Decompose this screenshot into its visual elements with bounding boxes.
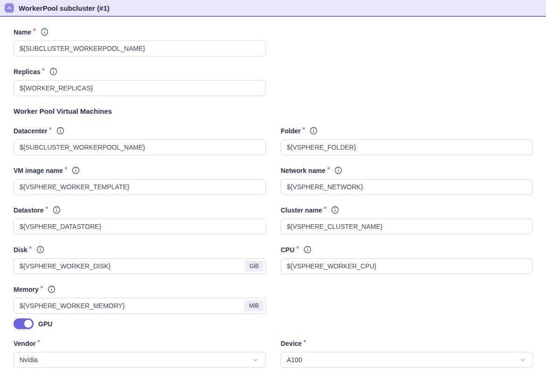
folder-label: Folder <box>281 127 301 135</box>
required-marker: * <box>37 338 40 346</box>
field-vendor: Vendor * Nvidia <box>14 339 266 368</box>
info-icon[interactable] <box>49 68 57 76</box>
memory-label: Memory <box>14 286 39 293</box>
field-cluster-name: Cluster name * <box>281 206 533 234</box>
name-label: Name <box>14 28 31 36</box>
required-marker: * <box>46 205 48 213</box>
gpu-toggle[interactable] <box>14 318 34 329</box>
field-memory: Memory * MiB <box>14 285 266 314</box>
datastore-label: Datastore <box>14 206 44 214</box>
info-icon[interactable] <box>48 285 55 293</box>
toggle-knob <box>24 320 32 328</box>
gpu-toggle-row: GPU <box>0 318 546 329</box>
field-name: Name * <box>14 28 266 56</box>
chevron-down-icon <box>519 357 526 363</box>
required-marker: * <box>327 165 330 173</box>
field-datacenter: Datacenter * <box>14 127 266 155</box>
info-icon[interactable] <box>56 127 64 135</box>
field-disk: Disk * GiB <box>14 246 266 274</box>
vendor-label: Vendor <box>14 340 35 347</box>
required-marker: * <box>33 27 35 34</box>
section-title-worker-pool-vms: Worker Pool Virtual Machines <box>14 107 533 115</box>
disk-label: Disk <box>14 246 28 254</box>
disk-input[interactable] <box>14 258 266 274</box>
folder-input[interactable] <box>281 139 533 155</box>
field-replicas: Replicas * <box>14 68 266 96</box>
device-select-value: A100 <box>287 356 302 364</box>
info-icon[interactable] <box>36 246 44 254</box>
chevron-up-icon <box>6 5 13 11</box>
info-icon[interactable] <box>310 127 318 135</box>
field-datastore: Datastore * <box>14 206 266 234</box>
required-marker: * <box>29 245 32 252</box>
required-marker: * <box>324 205 326 213</box>
required-marker: * <box>42 67 45 74</box>
collapse-panel-button[interactable] <box>5 3 14 13</box>
info-icon[interactable] <box>331 206 339 214</box>
field-folder: Folder * <box>281 127 533 155</box>
network-label: Network name <box>281 167 325 174</box>
gpu-toggle-label: GPU <box>38 320 52 328</box>
datacenter-label: Datacenter <box>14 127 47 135</box>
vendor-select[interactable]: Nvidia <box>14 352 266 368</box>
required-marker: * <box>49 126 51 133</box>
replicas-label: Replicas <box>14 68 41 76</box>
required-marker: * <box>41 284 43 292</box>
field-network-name: Network name * <box>281 166 533 195</box>
cpu-label: CPU <box>281 246 295 254</box>
vm-image-input[interactable] <box>14 179 266 195</box>
info-icon[interactable] <box>53 206 61 214</box>
required-marker: * <box>303 126 305 133</box>
disk-unit-badge: GiB <box>245 261 263 272</box>
field-vm-image-name: VM image name * <box>14 166 266 195</box>
info-icon[interactable] <box>334 166 342 174</box>
vendor-select-value: Nvidia <box>20 356 38 364</box>
vm-image-label: VM image name <box>14 167 63 174</box>
info-icon[interactable] <box>41 28 48 36</box>
workerpool-panel-header: WorkerPool subcluster (#1) <box>0 0 546 17</box>
field-device: Device * A100 <box>281 339 533 368</box>
datastore-input[interactable] <box>14 219 266 234</box>
device-label: Device <box>281 340 302 347</box>
info-icon[interactable] <box>72 166 80 174</box>
datacenter-input[interactable] <box>14 139 266 155</box>
memory-input[interactable] <box>14 298 266 314</box>
info-icon[interactable] <box>304 246 311 254</box>
cluster-input[interactable] <box>281 219 533 234</box>
device-select[interactable]: A100 <box>281 352 533 368</box>
replicas-input[interactable] <box>14 80 266 96</box>
memory-unit-badge: MiB <box>244 300 263 311</box>
chevron-down-icon <box>252 357 259 363</box>
network-input[interactable] <box>281 179 533 195</box>
cpu-input[interactable] <box>281 258 533 274</box>
cluster-label: Cluster name <box>281 206 322 214</box>
required-marker: * <box>304 338 306 346</box>
required-marker: * <box>297 245 299 252</box>
name-input[interactable] <box>14 41 266 56</box>
field-cpu: CPU * <box>281 246 533 274</box>
panel-title: WorkerPool subcluster (#1) <box>19 4 110 12</box>
required-marker: * <box>65 165 67 173</box>
